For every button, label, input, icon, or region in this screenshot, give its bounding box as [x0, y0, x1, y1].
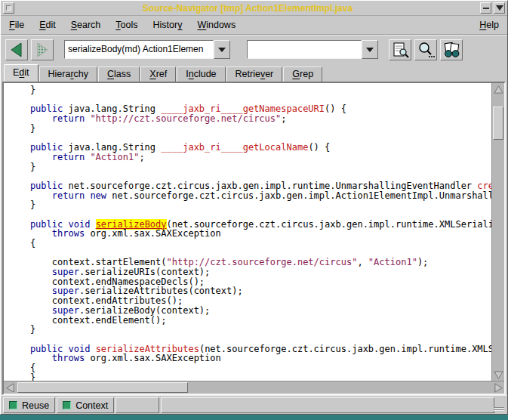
back-arrow-icon [8, 42, 26, 58]
code-line: return "http://czt.sourceforge.net/circu… [8, 114, 491, 124]
forward-button[interactable] [31, 39, 54, 60]
code-line: } [8, 85, 491, 95]
horizontal-scroll-trough[interactable] [16, 381, 492, 394]
browse-symbol-button[interactable] [389, 39, 411, 60]
reuse-toggle[interactable]: Reuse [3, 397, 55, 413]
horizontal-scroll-thumb[interactable] [17, 382, 188, 393]
label-text: earch [77, 20, 100, 30]
toolbar: serializeBody(md) Action1Elemen [1, 35, 507, 63]
status-bar: Reuse Context [1, 395, 507, 415]
tab-bar: EditHierarchyClassXrefIncludeRetrieverGr… [1, 63, 507, 82]
search-combo [247, 40, 378, 59]
code-segment: () { [325, 103, 346, 114]
window-menu-button[interactable] [3, 2, 14, 14]
label-text: dit [46, 20, 56, 30]
symbol-combo-dropdown-button[interactable] [214, 40, 230, 59]
code-line: { [8, 239, 491, 249]
maximize-button[interactable] [494, 2, 505, 14]
code-row: } public java.lang.String ____jaxb_ri___… [4, 83, 504, 381]
tab-grep[interactable]: Grep [283, 66, 322, 82]
magnifier-ellipsis-icon [417, 42, 435, 58]
code-line: return new net.sourceforge.czt.circus.ja… [8, 191, 491, 201]
window-menu-icon [6, 5, 11, 11]
label-mnemonic: F [9, 20, 15, 30]
label-text: indows [206, 20, 236, 30]
code-segment: } [8, 85, 35, 95]
code-segment: { [8, 238, 35, 249]
menu-windows[interactable]: Windows [196, 18, 237, 32]
search-files-button[interactable] [414, 39, 437, 60]
tab-xref[interactable]: Xref [140, 66, 176, 82]
tab-hierarchy[interactable]: Hierarchy [39, 66, 98, 82]
shade-icon [496, 5, 503, 11]
code-segment: net.sourceforge.czt.circus.jaxb.gen.impl… [106, 190, 491, 201]
code-segment: ____jaxb_ri____getLocalName [161, 142, 308, 153]
status-panel-large [161, 397, 494, 413]
code-line: context.endElement(); [8, 316, 491, 326]
tab-include[interactable]: Include [177, 66, 225, 82]
status-panel-small [115, 397, 159, 413]
menu-tools[interactable]: Tools [114, 18, 139, 32]
code-segment: "Action1" [90, 152, 139, 162]
code-line: } [8, 200, 491, 210]
tab-edit[interactable]: Edit [4, 64, 38, 82]
label-text: Hiera [48, 69, 71, 79]
code-line: { [8, 363, 491, 373]
menu-search[interactable]: Search [69, 18, 103, 32]
label-text: Histor [153, 20, 178, 30]
desktop-background-strip [0, 415, 508, 420]
label-mnemonic: S [71, 20, 77, 30]
code-line: } [8, 124, 491, 134]
vertical-scrollbar[interactable] [491, 83, 504, 381]
code-segment: new [90, 190, 106, 201]
code-segment: (net.sourceforge.czt.circus.jaxb.gen.imp… [199, 344, 491, 354]
search-combo-value[interactable] [247, 40, 362, 59]
minimize-button[interactable] [480, 2, 491, 14]
symbol-combo: serializeBody(md) Action1Elemen [64, 40, 230, 59]
menu-edit[interactable]: Edit [38, 18, 57, 32]
menu-help[interactable]: Help [478, 18, 500, 32]
context-indicator-icon [63, 401, 71, 409]
label-text: clude [194, 69, 217, 79]
tab-class[interactable]: Class [98, 66, 140, 82]
resize-grip[interactable] [494, 407, 504, 412]
label-text: ools [121, 20, 138, 30]
scroll-left-button[interactable] [4, 381, 16, 394]
symbol-combo-value[interactable]: serializeBody(md) Action1Elemen [64, 40, 214, 59]
code-segment: ; [281, 113, 286, 124]
code-line: } [8, 325, 491, 335]
label-mnemonic: W [197, 20, 206, 30]
menu-file[interactable]: File [8, 18, 26, 32]
menu-history[interactable]: History [152, 18, 184, 32]
minimize-icon [483, 8, 489, 9]
vertical-scroll-thumb[interactable] [493, 107, 503, 140]
code-segment: () { [308, 142, 330, 153]
label-mnemonic: E [39, 20, 45, 30]
pages-binoculars-icon [442, 42, 460, 58]
menu-help-container: Help [478, 18, 500, 32]
context-toggle[interactable]: Context [57, 397, 114, 413]
vertical-scroll-trough[interactable] [492, 95, 504, 369]
chevron-down-icon [218, 48, 226, 52]
label-mnemonic: y [177, 20, 182, 30]
horizontal-scrollbar[interactable] [4, 381, 504, 394]
scroll-down-button[interactable] [492, 369, 504, 381]
scroll-up-button[interactable] [492, 83, 504, 95]
code-segment: "http://czt.sourceforge.net/circus" [90, 113, 281, 124]
search-combo-dropdown-button[interactable] [362, 40, 378, 59]
scroll-right-icon [494, 383, 503, 393]
scroll-right-button[interactable] [492, 381, 504, 394]
code-line: return "Action1"; [8, 153, 491, 162]
code-editor[interactable]: } public java.lang.String ____jaxb_ri___… [4, 83, 491, 381]
source-navigator-window: Source-Navigator [tmp] Action1ElementImp… [0, 0, 508, 415]
label-text: elp [486, 20, 499, 30]
retriever-button[interactable] [440, 39, 463, 60]
menu-items: FileEditSearchToolsHistoryWindows [8, 18, 249, 32]
back-button[interactable] [5, 39, 28, 60]
tab-retriever[interactable]: Retriever [226, 66, 283, 82]
code-line: } [8, 373, 491, 381]
code-line: throws org.xml.sax.SAXException [8, 354, 491, 363]
label-text: chy [74, 69, 88, 79]
label-mnemonic: G [292, 69, 300, 79]
title-bar[interactable]: Source-Navigator [tmp] Action1ElementImp… [1, 1, 507, 16]
